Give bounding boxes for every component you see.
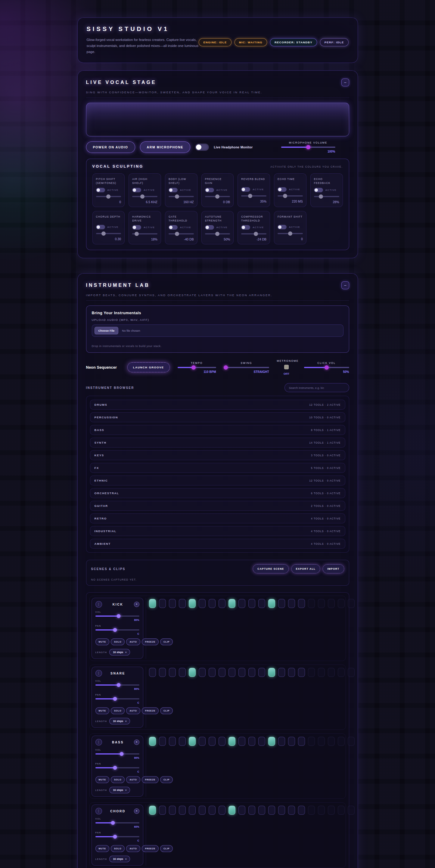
track-volume-slider[interactable]: [95, 822, 139, 824]
solo-button[interactable]: SOLO: [111, 707, 125, 714]
effect-slider[interactable]: [168, 233, 194, 235]
step-cell[interactable]: [219, 737, 225, 746]
effect-active-toggle[interactable]: [96, 225, 105, 229]
step-cell[interactable]: [199, 668, 206, 677]
capture-scene-button[interactable]: CAPTURE SCENE: [253, 564, 288, 574]
click-volume-slider[interactable]: [304, 367, 349, 368]
track-volume-slider[interactable]: [95, 616, 139, 617]
step-cell[interactable]: [338, 737, 345, 746]
step-cell[interactable]: [328, 668, 335, 677]
step-cell[interactable]: [248, 737, 255, 746]
instrument-category-row[interactable]: KEYS 3 TOOLS · 0 ACTIVE: [90, 450, 345, 460]
effect-slider[interactable]: [314, 196, 339, 197]
step-cell[interactable]: [328, 737, 335, 746]
step-cell[interactable]: [288, 668, 295, 677]
track-pan-slider[interactable]: [95, 767, 139, 768]
step-cell[interactable]: [149, 806, 156, 815]
effect-slider[interactable]: [278, 233, 303, 234]
step-cell[interactable]: [179, 599, 186, 608]
track-volume-slider[interactable]: [95, 684, 139, 686]
step-cell[interactable]: [149, 599, 156, 608]
power-on-audio-button[interactable]: POWER ON AUDIO: [86, 142, 135, 153]
step-cell[interactable]: [209, 599, 216, 608]
instrument-category-row[interactable]: SYNTH 14 TOOLS · 1 ACTIVE: [90, 438, 345, 447]
step-cell[interactable]: [149, 668, 156, 677]
step-cell[interactable]: [348, 806, 354, 815]
step-cell[interactable]: [199, 737, 206, 746]
step-cell[interactable]: [278, 668, 285, 677]
effect-slider[interactable]: [132, 196, 157, 197]
step-cell[interactable]: [348, 737, 354, 746]
instrument-category-row[interactable]: BASS 8 TOOLS · 1 ACTIVE: [90, 425, 345, 435]
step-cell[interactable]: [318, 806, 325, 815]
length-select[interactable]: 16 steps▾: [109, 856, 130, 862]
step-cell[interactable]: [298, 806, 305, 815]
step-cell[interactable]: [328, 599, 335, 608]
step-cell[interactable]: [248, 668, 255, 677]
instrument-category-row[interactable]: RETRO 4 TOOLS · 0 ACTIVE: [90, 514, 345, 523]
length-select[interactable]: 16 steps▾: [109, 787, 130, 793]
track-pan-slider[interactable]: [95, 836, 139, 837]
import-button[interactable]: IMPORT: [323, 564, 344, 574]
instrument-category-row[interactable]: ORCHESTRAL 6 TOOLS · 0 ACTIVE: [90, 488, 345, 498]
freeze-button[interactable]: FREEZE: [142, 776, 159, 783]
instrument-category-row[interactable]: PERCUSSION 10 TOOLS · 0 ACTIVE: [90, 412, 345, 422]
step-cell[interactable]: [288, 599, 295, 608]
effect-slider[interactable]: [168, 196, 194, 197]
drag-handle-icon[interactable]: ⋮: [95, 670, 102, 677]
step-cell[interactable]: [348, 668, 354, 677]
headphone-monitor-toggle[interactable]: [195, 144, 209, 151]
step-cell[interactable]: [179, 737, 186, 746]
vocal-stage-minimize-button[interactable]: −: [341, 79, 349, 86]
step-cell[interactable]: [199, 806, 206, 815]
step-cell[interactable]: [348, 599, 354, 608]
auto-button[interactable]: AUTO: [126, 638, 140, 645]
step-cell[interactable]: [239, 599, 245, 608]
step-cell[interactable]: [298, 599, 305, 608]
auto-button[interactable]: AUTO: [126, 707, 140, 714]
step-cell[interactable]: [328, 806, 335, 815]
step-cell[interactable]: [268, 737, 275, 746]
effect-active-toggle[interactable]: [314, 188, 323, 192]
step-cell[interactable]: [159, 599, 166, 608]
effect-active-toggle[interactable]: [168, 188, 178, 192]
step-cell[interactable]: [248, 599, 255, 608]
step-cell[interactable]: [199, 599, 206, 608]
track-sound-icon[interactable]: ✕: [134, 602, 139, 607]
export-all-button[interactable]: EXPORT ALL: [291, 564, 320, 574]
step-cell[interactable]: [258, 599, 265, 608]
effect-slider[interactable]: [241, 195, 267, 196]
effect-slider[interactable]: [96, 196, 121, 197]
solo-button[interactable]: SOLO: [111, 845, 125, 852]
step-cell[interactable]: [298, 668, 305, 677]
mute-button[interactable]: MUTE: [95, 707, 109, 714]
instrument-category-row[interactable]: ETHNIC 12 TOOLS · 0 ACTIVE: [90, 475, 345, 486]
length-select[interactable]: 16 steps▾: [109, 649, 130, 655]
step-cell[interactable]: [239, 737, 245, 746]
clip-button[interactable]: CLIP: [160, 776, 173, 783]
step-cell[interactable]: [308, 806, 315, 815]
step-cell[interactable]: [288, 737, 295, 746]
effect-slider[interactable]: [205, 196, 230, 197]
swing-slider[interactable]: [224, 367, 269, 368]
step-cell[interactable]: [278, 599, 285, 608]
step-cell[interactable]: [239, 668, 245, 677]
step-cell[interactable]: [189, 599, 196, 608]
step-cell[interactable]: [189, 668, 196, 677]
step-cell[interactable]: [258, 806, 265, 815]
step-cell[interactable]: [239, 806, 245, 815]
step-cell[interactable]: [318, 599, 325, 608]
step-cell[interactable]: [189, 806, 196, 815]
step-cell[interactable]: [258, 737, 265, 746]
step-cell[interactable]: [228, 599, 236, 608]
step-cell[interactable]: [159, 737, 166, 746]
instrument-category-row[interactable]: AMBIENT 4 TOOLS · 0 ACTIVE: [90, 539, 345, 549]
step-cell[interactable]: [318, 668, 325, 677]
step-cell[interactable]: [219, 668, 225, 677]
drag-handle-icon[interactable]: ⋮: [95, 601, 102, 608]
step-cell[interactable]: [278, 806, 285, 815]
step-cell[interactable]: [288, 806, 295, 815]
step-cell[interactable]: [338, 668, 345, 677]
effect-active-toggle[interactable]: [132, 225, 141, 230]
effect-slider[interactable]: [278, 195, 303, 196]
